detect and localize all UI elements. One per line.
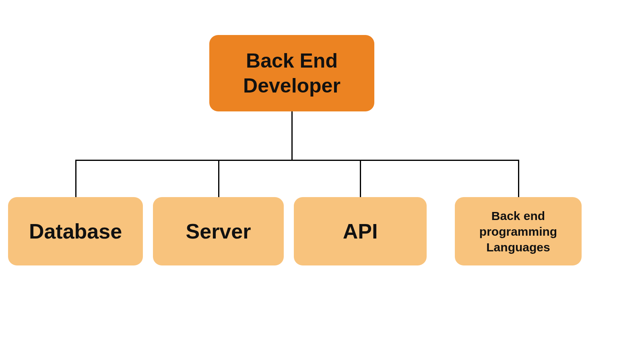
connector-root-vertical — [291, 111, 293, 161]
child-node-api: API — [294, 197, 427, 265]
root-node-back-end-developer: Back End Developer — [209, 35, 374, 111]
connector-drop-1 — [75, 160, 76, 197]
child-node-programming-languages: Back end programming Languages — [455, 197, 582, 265]
child-node-server: Server — [153, 197, 284, 265]
connector-drop-4 — [518, 160, 519, 197]
child-node-database: Database — [8, 197, 143, 265]
connector-drop-2 — [218, 160, 219, 197]
connector-horizontal-bus — [75, 160, 519, 161]
hierarchy-diagram: Back End Developer Database Server API B… — [0, 0, 644, 362]
connector-drop-3 — [360, 160, 361, 197]
